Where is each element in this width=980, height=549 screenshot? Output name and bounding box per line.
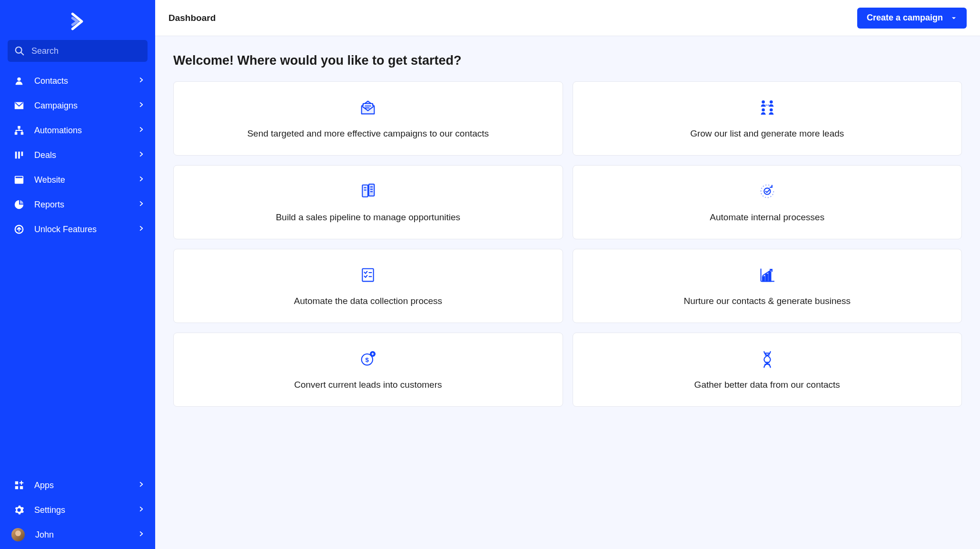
svg-point-2	[17, 78, 20, 81]
create-campaign-button[interactable]: Create a campaign	[857, 8, 967, 29]
svg-rect-15	[15, 481, 18, 484]
chevron-right-icon	[138, 225, 145, 234]
content-area: Welcome! Where would you like to get sta…	[155, 36, 980, 549]
automation-icon	[13, 125, 25, 136]
gear-cycle-icon	[757, 181, 778, 202]
app-logo[interactable]	[0, 9, 155, 34]
card-label: Automate the data collection process	[294, 295, 442, 307]
sidebar-item-unlock-features[interactable]: Unlock Features	[0, 217, 155, 242]
card-label: Gather better data from our contacts	[694, 379, 840, 391]
chevron-right-icon	[138, 506, 145, 514]
search-icon	[14, 46, 25, 56]
user-icon	[13, 75, 25, 87]
card-label: Build a sales pipeline to manage opportu…	[276, 211, 460, 224]
card-automate-data-collection[interactable]: Automate the data collection process	[173, 249, 563, 323]
svg-rect-38	[762, 277, 764, 282]
svg-rect-39	[765, 274, 767, 282]
svg-rect-9	[21, 152, 23, 156]
sidebar-item-user[interactable]: John	[0, 522, 155, 547]
svg-point-22	[770, 100, 773, 104]
svg-rect-16	[20, 486, 23, 489]
sidebar-item-reports[interactable]: Reports	[0, 192, 155, 217]
svg-rect-6	[21, 132, 23, 135]
unlock-icon	[13, 224, 25, 235]
svg-rect-8	[18, 152, 20, 159]
mail-icon	[13, 100, 25, 111]
sidebar-item-settings[interactable]: Settings	[0, 498, 155, 522]
card-grow-list[interactable]: Grow our list and generate more leads	[573, 81, 962, 156]
onboarding-cards: Send targeted and more effective campaig…	[173, 81, 962, 407]
card-label: Automate internal processes	[710, 211, 824, 224]
sidebar-item-contacts[interactable]: Contacts	[0, 69, 155, 93]
sidebar-item-label: Reports	[34, 200, 138, 210]
sidebar-item-label: Settings	[34, 505, 138, 515]
sidebar-item-website[interactable]: Website	[0, 167, 155, 192]
svg-rect-4	[18, 126, 20, 129]
card-gather-data[interactable]: Gather better data from our contacts	[573, 333, 962, 407]
sidebar-item-deals[interactable]: Deals	[0, 143, 155, 167]
chevron-right-icon	[138, 151, 145, 159]
chevron-right-icon	[138, 200, 145, 209]
svg-rect-25	[363, 185, 368, 197]
card-nurture-contacts[interactable]: Nurture our contacts & generate business	[573, 249, 962, 323]
sidebar-item-label: Campaigns	[34, 101, 138, 111]
svg-rect-40	[769, 272, 771, 282]
search-input-wrap[interactable]	[8, 40, 148, 62]
card-label: Grow our list and generate more leads	[690, 127, 844, 140]
svg-rect-7	[15, 152, 17, 159]
svg-line-1	[21, 52, 23, 55]
svg-point-32	[764, 188, 770, 195]
sidebar-nav-bottom: Apps Settings John	[0, 471, 155, 549]
svg-rect-33	[363, 269, 374, 282]
website-icon	[13, 174, 25, 186]
card-targeted-campaigns[interactable]: Send targeted and more effective campaig…	[173, 81, 563, 156]
apps-icon	[13, 480, 25, 491]
primary-button-label: Create a campaign	[867, 13, 943, 23]
card-sales-pipeline[interactable]: Build a sales pipeline to manage opportu…	[173, 165, 563, 239]
sidebar-nav-main: Contacts Campaigns Automations	[0, 67, 155, 244]
gear-icon	[13, 504, 25, 516]
card-label: Nurture our contacts & generate business	[683, 295, 851, 307]
chevron-right-icon	[138, 101, 145, 110]
search-input[interactable]	[31, 46, 141, 56]
card-convert-leads[interactable]: $ Convert current leads into customers	[173, 333, 563, 407]
growth-chart-icon	[757, 265, 778, 285]
svg-point-21	[762, 100, 765, 104]
user-name: John	[35, 530, 138, 540]
card-label: Convert current leads into customers	[294, 379, 442, 391]
svg-rect-26	[369, 184, 375, 196]
chevron-right-icon	[138, 176, 145, 184]
topbar: Dashboard Create a campaign	[155, 0, 980, 36]
sidebar-item-apps[interactable]: Apps	[0, 473, 155, 498]
chevron-right-icon	[138, 481, 145, 490]
caret-down-icon	[950, 15, 957, 21]
sidebar-item-automations[interactable]: Automations	[0, 118, 155, 143]
sidebar-item-label: Automations	[34, 126, 138, 136]
page-title: Dashboard	[168, 13, 216, 23]
chevron-right-icon	[138, 530, 145, 539]
avatar	[11, 528, 25, 541]
chevron-right-icon	[138, 77, 145, 85]
sidebar-item-label: Apps	[34, 480, 138, 490]
svg-point-23	[762, 108, 765, 112]
card-label: Send targeted and more effective campaig…	[247, 127, 489, 140]
sidebar-item-label: Website	[34, 175, 138, 185]
deals-icon	[13, 149, 25, 161]
svg-rect-5	[15, 132, 17, 135]
envelope-open-icon	[357, 97, 378, 118]
pipeline-icon	[357, 181, 378, 202]
svg-point-24	[770, 108, 773, 112]
sidebar: Contacts Campaigns Automations	[0, 0, 155, 549]
sidebar-item-campaigns[interactable]: Campaigns	[0, 93, 155, 118]
sidebar-item-label: Contacts	[34, 76, 138, 86]
chevron-right-icon	[138, 126, 145, 135]
people-connect-icon	[757, 97, 778, 118]
chevron-right-logo-icon	[68, 11, 88, 31]
svg-text:$: $	[366, 356, 369, 363]
dollar-plus-icon: $	[357, 348, 378, 369]
dna-icon	[757, 348, 778, 369]
sidebar-item-label: Unlock Features	[34, 225, 138, 235]
card-automate-internal[interactable]: Automate internal processes	[573, 165, 962, 239]
welcome-heading: Welcome! Where would you like to get sta…	[173, 53, 962, 68]
main-area: Dashboard Create a campaign Welcome! Whe…	[155, 0, 980, 549]
